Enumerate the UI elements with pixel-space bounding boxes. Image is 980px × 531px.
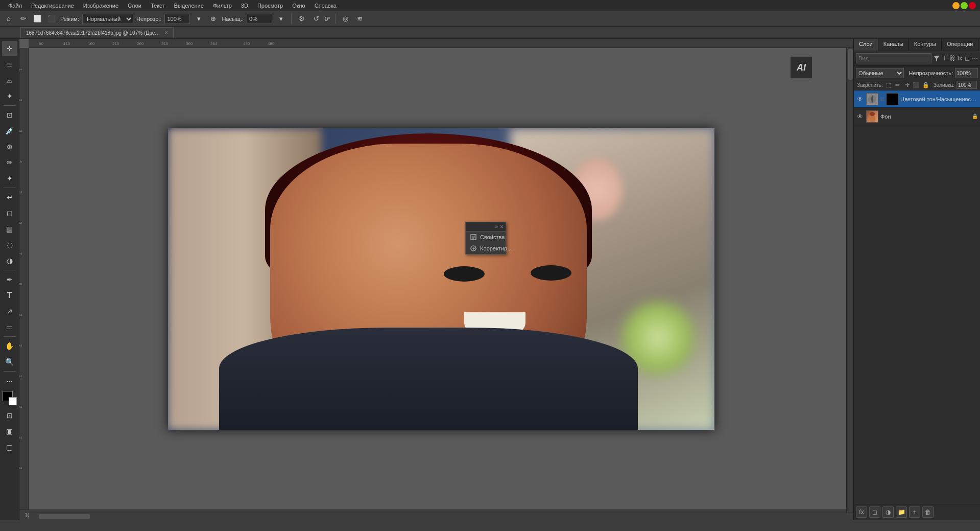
- brush-type-button[interactable]: ⬛: [46, 13, 57, 25]
- brush-tool-button[interactable]: ✏: [17, 13, 29, 25]
- healing-tool[interactable]: ⊕: [2, 139, 17, 154]
- layers-more-button[interactable]: ⋯: [972, 53, 978, 63]
- layer-group-button[interactable]: 📁: [896, 506, 907, 518]
- menu-layers[interactable]: Слои: [124, 2, 146, 10]
- layer-adjustment-button[interactable]: ◑: [882, 506, 894, 518]
- minimize-button[interactable]: [952, 2, 960, 9]
- layers-tab[interactable]: Слои: [854, 39, 878, 51]
- paths-tab[interactable]: Контуры: [909, 39, 942, 51]
- flow-dropdown[interactable]: ▾: [275, 13, 286, 25]
- delete-layer-button[interactable]: 🗑: [922, 506, 934, 518]
- menu-text[interactable]: Текст: [147, 2, 169, 10]
- menu-select[interactable]: Выделение: [170, 2, 208, 10]
- pressure-button[interactable]: ◎: [340, 13, 351, 25]
- opacity-brush-dropdown[interactable]: ▾: [193, 13, 204, 25]
- lock-artboard-button[interactable]: ⬛: [913, 81, 920, 89]
- path-select-tool[interactable]: ↗: [2, 304, 17, 319]
- history-brush-tool[interactable]: ↩: [2, 190, 17, 205]
- lock-all-button[interactable]: 🔒: [922, 81, 929, 89]
- pen-tool[interactable]: ✒: [2, 272, 17, 287]
- context-menu-properties[interactable]: Свойства: [466, 232, 506, 243]
- layer-opacity-input[interactable]: [955, 68, 978, 78]
- blend-mode-select[interactable]: Нормальный Растворение: [82, 14, 133, 24]
- gradient-tool[interactable]: ▦: [2, 221, 17, 237]
- zoom-tool[interactable]: 🔍: [2, 354, 17, 370]
- opacity-brush-input[interactable]: [164, 14, 190, 24]
- flow-input[interactable]: [247, 14, 272, 24]
- lock-transparency-button[interactable]: ⬚: [885, 81, 892, 89]
- actions-tab[interactable]: Операции: [942, 39, 978, 51]
- window-controls: [952, 2, 976, 9]
- home-tool-button[interactable]: ⌂: [3, 13, 14, 25]
- document-tab[interactable]: 16871d7684c8478caa1c172fa2bf418b.jpg @ 1…: [20, 27, 174, 38]
- layers-mask-filter-button[interactable]: ◻: [964, 53, 970, 63]
- menu-help[interactable]: Справка: [310, 2, 341, 10]
- angle-button[interactable]: ↺: [310, 13, 322, 25]
- hand-tool[interactable]: ✋: [2, 338, 17, 354]
- brush-refine-button[interactable]: ⊕: [207, 13, 219, 25]
- vertical-scrollbar[interactable]: [846, 48, 853, 513]
- blur-tool[interactable]: ◌: [2, 237, 17, 252]
- menu-window[interactable]: Окно: [288, 2, 309, 10]
- quick-select-tool[interactable]: ✦: [2, 88, 17, 104]
- menu-image[interactable]: Изображение: [79, 2, 123, 10]
- settings-button[interactable]: ⚙: [296, 13, 307, 25]
- left-toolbar: ✛ ▭ ⌓ ✦ ⊡ 💉 ⊕ ✏ ✦ ↩ ◻ ▦ ◌ ◑ ✒ T ↗: [0, 39, 19, 520]
- layer-mask-button[interactable]: ◻: [869, 506, 880, 518]
- marquee-tool[interactable]: ▭: [2, 57, 17, 72]
- menu-3d[interactable]: 3D: [237, 2, 252, 10]
- channels-tab[interactable]: Каналы: [878, 39, 909, 51]
- quick-mask-button[interactable]: ⊡: [2, 408, 17, 423]
- menu-filter[interactable]: Фильтр: [209, 2, 236, 10]
- svg-text:2: 2: [19, 99, 23, 102]
- layer-blend-mode-select[interactable]: Обычные: [856, 68, 904, 78]
- horizontal-scrollbar[interactable]: [29, 513, 853, 520]
- layers-link-button[interactable]: ⛓: [949, 53, 955, 63]
- corrections-label: Корректир...: [480, 245, 512, 251]
- maximize-button[interactable]: [961, 2, 968, 9]
- layers-filter-button[interactable]: [933, 53, 940, 63]
- new-layer-button[interactable]: +: [909, 506, 920, 518]
- brush-preset-button[interactable]: ⬜: [32, 13, 43, 25]
- type-tool[interactable]: T: [2, 288, 17, 303]
- dodge-tool[interactable]: ◑: [2, 253, 17, 268]
- layer-fx-button[interactable]: fx: [856, 506, 867, 518]
- layer-item-adjustment[interactable]: 👁 ⛓ Цветовой тон/Насыщенность 1: [854, 90, 980, 108]
- layers-style-button[interactable]: fx: [957, 53, 963, 63]
- shape-tool[interactable]: ▭: [2, 319, 17, 335]
- layer-item-background[interactable]: 👁 Фон 🔒: [854, 108, 980, 125]
- layers-type-button[interactable]: T: [942, 53, 948, 63]
- layer-fill-input[interactable]: [957, 81, 977, 89]
- eraser-tool[interactable]: ◻: [2, 205, 17, 221]
- layer-visibility-2[interactable]: 👁: [856, 112, 864, 121]
- move-tool[interactable]: ✛: [2, 41, 17, 56]
- brush-tool[interactable]: ✏: [2, 155, 17, 170]
- layer-visibility-1[interactable]: 👁: [856, 95, 864, 103]
- menu-file[interactable]: Файл: [4, 2, 26, 10]
- context-menu-expand-icon[interactable]: »: [495, 224, 498, 229]
- menu-view[interactable]: Просмотр: [253, 2, 287, 10]
- smoothing-button[interactable]: ≋: [354, 13, 366, 25]
- clone-tool[interactable]: ✦: [2, 171, 17, 186]
- frame-tool[interactable]: ▢: [2, 440, 17, 455]
- canvas-image[interactable]: [168, 128, 714, 430]
- screen-mode-button[interactable]: ▣: [2, 424, 17, 439]
- context-menu-close-icon[interactable]: ×: [500, 223, 504, 230]
- eyedropper-tool[interactable]: 💉: [2, 123, 17, 138]
- canvas-container[interactable]: » × Свойства: [29, 48, 853, 510]
- svg-text:3: 3: [19, 130, 23, 132]
- lasso-tool[interactable]: ⌓: [2, 73, 17, 88]
- layers-search-input[interactable]: [856, 53, 931, 63]
- background-color[interactable]: [9, 397, 17, 405]
- lock-position-button[interactable]: ✛: [903, 81, 911, 89]
- close-button[interactable]: [969, 2, 976, 9]
- lock-pixels-button[interactable]: ✏: [894, 81, 901, 89]
- color-boxes[interactable]: [3, 391, 17, 405]
- svg-text:4: 4: [19, 160, 23, 163]
- svg-text:2: 2: [19, 436, 23, 439]
- menu-edit[interactable]: Редактирование: [27, 2, 78, 10]
- extra-tools-button[interactable]: ···: [2, 373, 17, 388]
- crop-tool[interactable]: ⊡: [2, 107, 17, 123]
- context-menu-corrections[interactable]: Корректир...: [466, 243, 506, 254]
- tab-close-button[interactable]: ×: [164, 29, 168, 36]
